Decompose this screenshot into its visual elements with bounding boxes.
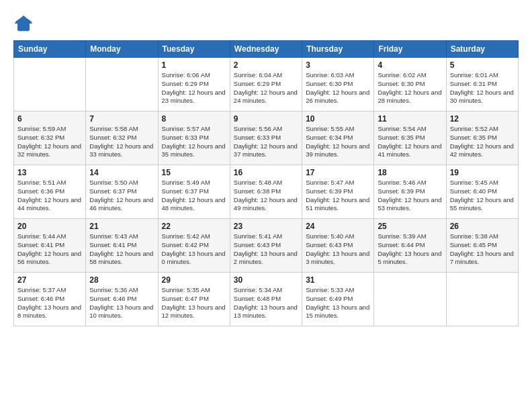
calendar-cell: 25Sunrise: 5:39 AM Sunset: 6:44 PM Dayli… [374,219,446,273]
calendar-cell: 24Sunrise: 5:40 AM Sunset: 6:43 PM Dayli… [302,219,374,273]
day-number: 20 [17,222,82,231]
calendar-cell: 14Sunrise: 5:50 AM Sunset: 6:37 PM Dayli… [86,165,158,219]
col-friday: Friday [374,41,446,58]
day-info: Sunrise: 6:04 AM Sunset: 6:29 PM Dayligh… [234,71,298,105]
day-info: Sunrise: 5:54 AM Sunset: 6:35 PM Dayligh… [378,125,442,159]
day-info: Sunrise: 5:47 AM Sunset: 6:39 PM Dayligh… [306,179,370,213]
calendar-cell: 8Sunrise: 5:57 AM Sunset: 6:33 PM Daylig… [158,111,230,165]
day-number: 23 [234,222,298,231]
logo-icon [13,13,34,34]
day-number: 8 [162,114,226,124]
calendar-cell: 23Sunrise: 5:41 AM Sunset: 6:43 PM Dayli… [230,219,302,273]
calendar-week-row: 1Sunrise: 6:06 AM Sunset: 6:29 PM Daylig… [14,58,519,111]
day-info: Sunrise: 6:06 AM Sunset: 6:29 PM Dayligh… [162,71,226,105]
calendar-cell: 17Sunrise: 5:47 AM Sunset: 6:39 PM Dayli… [302,165,374,219]
day-number: 18 [378,168,442,177]
day-number: 5 [450,60,515,70]
calendar-cell: 28Sunrise: 5:36 AM Sunset: 6:46 PM Dayli… [86,273,158,326]
day-number: 4 [378,60,442,70]
calendar-cell: 5Sunrise: 6:01 AM Sunset: 6:31 PM Daylig… [446,58,518,111]
day-number: 1 [162,60,226,70]
calendar-cell: 1Sunrise: 6:06 AM Sunset: 6:29 PM Daylig… [158,58,230,111]
day-info: Sunrise: 6:01 AM Sunset: 6:31 PM Dayligh… [450,71,515,105]
day-number: 15 [162,168,226,177]
calendar-cell: 16Sunrise: 5:48 AM Sunset: 6:38 PM Dayli… [230,165,302,219]
day-number: 31 [306,275,370,285]
day-info: Sunrise: 5:40 AM Sunset: 6:43 PM Dayligh… [306,232,370,267]
day-info: Sunrise: 5:52 AM Sunset: 6:35 PM Dayligh… [450,125,515,159]
calendar-cell: 30Sunrise: 5:34 AM Sunset: 6:48 PM Dayli… [230,273,302,326]
calendar-table: Sunday Monday Tuesday Wednesday Thursday… [13,40,519,326]
day-info: Sunrise: 5:38 AM Sunset: 6:45 PM Dayligh… [450,232,515,267]
col-tuesday: Tuesday [158,41,230,58]
calendar-cell: 31Sunrise: 5:33 AM Sunset: 6:49 PM Dayli… [302,273,374,326]
calendar-cell: 13Sunrise: 5:51 AM Sunset: 6:36 PM Dayli… [14,165,86,219]
day-info: Sunrise: 5:34 AM Sunset: 6:48 PM Dayligh… [234,286,298,320]
day-number: 30 [234,275,298,285]
calendar-cell [14,58,86,111]
day-info: Sunrise: 5:46 AM Sunset: 6:39 PM Dayligh… [378,179,442,213]
day-number: 25 [378,222,442,231]
day-number: 17 [306,168,370,177]
day-info: Sunrise: 5:45 AM Sunset: 6:40 PM Dayligh… [450,179,515,213]
day-number: 28 [89,275,154,285]
calendar-cell: 22Sunrise: 5:42 AM Sunset: 6:42 PM Dayli… [158,219,230,273]
svg-rect-2 [17,23,30,31]
calendar-cell: 21Sunrise: 5:43 AM Sunset: 6:41 PM Dayli… [86,219,158,273]
day-info: Sunrise: 5:58 AM Sunset: 6:32 PM Dayligh… [89,125,154,159]
day-info: Sunrise: 5:39 AM Sunset: 6:44 PM Dayligh… [378,232,442,267]
calendar-week-row: 20Sunrise: 5:44 AM Sunset: 6:41 PM Dayli… [14,219,519,273]
calendar-cell: 18Sunrise: 5:46 AM Sunset: 6:39 PM Dayli… [374,165,446,219]
calendar-cell: 10Sunrise: 5:55 AM Sunset: 6:34 PM Dayli… [302,111,374,165]
day-info: Sunrise: 5:37 AM Sunset: 6:46 PM Dayligh… [17,286,82,320]
calendar-cell: 2Sunrise: 6:04 AM Sunset: 6:29 PM Daylig… [230,58,302,111]
day-number: 12 [450,114,515,124]
day-info: Sunrise: 5:41 AM Sunset: 6:43 PM Dayligh… [234,232,298,267]
day-number: 27 [17,275,82,285]
calendar-cell: 29Sunrise: 5:35 AM Sunset: 6:47 PM Dayli… [158,273,230,326]
col-sunday: Sunday [14,41,86,58]
day-info: Sunrise: 5:36 AM Sunset: 6:46 PM Dayligh… [89,286,154,320]
header [13,13,519,34]
day-info: Sunrise: 5:55 AM Sunset: 6:34 PM Dayligh… [306,125,370,159]
day-number: 19 [450,168,515,177]
day-number: 22 [162,222,226,231]
calendar-cell: 12Sunrise: 5:52 AM Sunset: 6:35 PM Dayli… [446,111,518,165]
day-number: 10 [306,114,370,124]
calendar-cell: 27Sunrise: 5:37 AM Sunset: 6:46 PM Dayli… [14,273,86,326]
calendar-week-row: 13Sunrise: 5:51 AM Sunset: 6:36 PM Dayli… [14,165,519,219]
day-number: 24 [306,222,370,231]
day-info: Sunrise: 5:33 AM Sunset: 6:49 PM Dayligh… [306,286,370,320]
day-number: 3 [306,60,370,70]
logo [13,13,36,34]
calendar-cell: 4Sunrise: 6:02 AM Sunset: 6:30 PM Daylig… [374,58,446,111]
day-number: 29 [162,275,226,285]
day-info: Sunrise: 5:57 AM Sunset: 6:33 PM Dayligh… [162,125,226,159]
day-number: 26 [450,222,515,231]
calendar-cell: 6Sunrise: 5:59 AM Sunset: 6:32 PM Daylig… [14,111,86,165]
calendar-week-row: 6Sunrise: 5:59 AM Sunset: 6:32 PM Daylig… [14,111,519,165]
day-number: 16 [234,168,298,177]
day-info: Sunrise: 5:51 AM Sunset: 6:36 PM Dayligh… [17,179,82,213]
day-info: Sunrise: 5:35 AM Sunset: 6:47 PM Dayligh… [162,286,226,320]
day-number: 6 [17,114,82,124]
day-info: Sunrise: 5:49 AM Sunset: 6:37 PM Dayligh… [162,179,226,213]
page: Sunday Monday Tuesday Wednesday Thursday… [0,0,532,411]
calendar-week-row: 27Sunrise: 5:37 AM Sunset: 6:46 PM Dayli… [14,273,519,326]
calendar-cell [86,58,158,111]
day-info: Sunrise: 5:59 AM Sunset: 6:32 PM Dayligh… [17,125,82,159]
day-number: 21 [89,222,154,231]
day-info: Sunrise: 5:56 AM Sunset: 6:33 PM Dayligh… [234,125,298,159]
calendar-cell: 15Sunrise: 5:49 AM Sunset: 6:37 PM Dayli… [158,165,230,219]
col-saturday: Saturday [446,41,518,58]
day-info: Sunrise: 5:44 AM Sunset: 6:41 PM Dayligh… [17,232,82,267]
calendar-cell: 26Sunrise: 5:38 AM Sunset: 6:45 PM Dayli… [446,219,518,273]
svg-marker-3 [15,15,33,24]
col-monday: Monday [86,41,158,58]
day-number: 11 [378,114,442,124]
day-number: 14 [89,168,154,177]
day-info: Sunrise: 6:02 AM Sunset: 6:30 PM Dayligh… [378,71,442,105]
calendar-cell: 19Sunrise: 5:45 AM Sunset: 6:40 PM Dayli… [446,165,518,219]
day-info: Sunrise: 5:50 AM Sunset: 6:37 PM Dayligh… [89,179,154,213]
calendar-cell: 20Sunrise: 5:44 AM Sunset: 6:41 PM Dayli… [14,219,86,273]
